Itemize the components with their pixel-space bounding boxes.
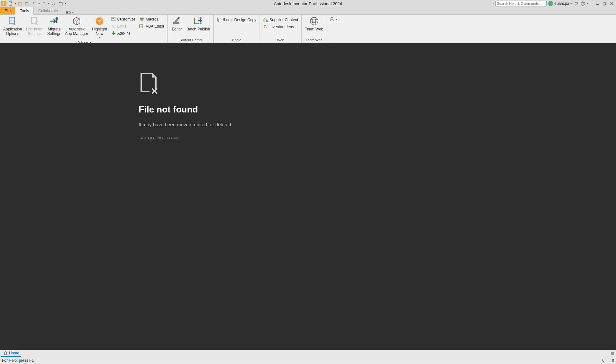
user-name: euancpa — [554, 1, 569, 6]
help-icon[interactable]: ? — [580, 1, 586, 6]
macros-icon — [139, 17, 144, 22]
save-icon[interactable] — [24, 1, 30, 6]
new-icon[interactable] — [8, 1, 13, 6]
error-message: It may have been moved, edited, or delet… — [139, 122, 363, 127]
user-dropdown-icon[interactable]: ▾ — [570, 2, 572, 5]
quick-access-toolbar: I ▾ ▾ ▾ ▾ — [0, 1, 66, 6]
svg-rect-23 — [56, 20, 57, 23]
ilogic-design-copy-button[interactable]: iLogic Design Copy — [216, 17, 257, 23]
svg-point-22 — [56, 17, 58, 20]
svg-line-29 — [113, 26, 114, 27]
customize-button[interactable]: Customize — [110, 16, 136, 22]
content-area: File not found It may have been moved, e… — [0, 43, 616, 350]
status-num-1: 0 — [595, 358, 604, 363]
inventor-ideas-button[interactable]: Inventor Ideas — [262, 24, 299, 30]
svg-rect-11 — [603, 3, 605, 5]
doc-settings-icon — [30, 16, 40, 26]
svg-point-4 — [550, 2, 551, 4]
svg-text:?: ? — [582, 2, 584, 5]
open-icon[interactable] — [17, 1, 23, 6]
minimize-button[interactable] — [595, 1, 601, 6]
document-settings-button: Document Settings — [24, 15, 46, 37]
svg-rect-16 — [9, 17, 14, 24]
error-page: File not found It may have been moved, e… — [139, 72, 363, 140]
panel-overflow: ▾ — [327, 15, 340, 43]
home-icon — [3, 351, 8, 355]
ribbon-overflow-button[interactable]: ▾ — [328, 15, 338, 23]
highlight-new-button[interactable]: Highlight New ▾ — [90, 15, 109, 40]
panel-web-label: Web — [260, 37, 301, 43]
close-button[interactable] — [609, 1, 615, 6]
appearance-toggle[interactable]: ▾ — [66, 11, 73, 14]
editor-button[interactable]: Editor — [169, 15, 184, 32]
projects-icon[interactable] — [58, 1, 64, 6]
svg-rect-42 — [218, 19, 221, 22]
panel-content-center-label: Content Center — [168, 37, 213, 43]
batch-publish-icon — [193, 16, 203, 26]
tabs-menu-icon[interactable] — [610, 351, 615, 356]
svg-point-24 — [78, 18, 80, 20]
avatar-icon — [548, 1, 553, 6]
ribbon-tabs: File Tools Collaborate ▾ — [0, 7, 616, 15]
svg-rect-3 — [59, 3, 62, 5]
app-icon[interactable]: I — [1, 1, 6, 6]
status-help-text: For Help, press F1 — [2, 358, 34, 363]
vba-icon: VB — [139, 24, 144, 29]
search-input[interactable] — [495, 1, 547, 6]
ribbon: Application Options Document Settings Mi… — [0, 15, 616, 43]
app-manager-button[interactable]: Autodesk App Manager — [63, 15, 90, 37]
qat-customize-icon[interactable]: ▾ — [65, 2, 66, 5]
panel-content-center: Editor Batch Publish Content Center — [168, 15, 213, 43]
svg-point-6 — [577, 5, 578, 5]
batch-publish-button[interactable]: Batch Publish — [184, 15, 212, 32]
supplier-content-button[interactable]: Supplier Content — [262, 17, 299, 23]
help-dropdown-icon[interactable]: ▾ — [587, 2, 588, 5]
status-bar: For Help, press F1 0 0 — [0, 357, 616, 364]
undo-icon[interactable] — [31, 1, 37, 6]
addins-icon — [111, 31, 116, 36]
migrate-settings-button[interactable]: Migrate Settings — [45, 15, 63, 37]
ideas-icon — [263, 24, 268, 29]
panel-ilogic: iLogic Design Copy iLogic — [214, 15, 260, 43]
svg-point-44 — [266, 20, 268, 22]
customize-icon — [111, 17, 116, 22]
panel-ilogic-label: iLogic — [214, 37, 260, 43]
cart-icon[interactable] — [573, 1, 579, 6]
vba-editor-button[interactable]: VB VBA Editor — [139, 23, 165, 29]
redo-dropdown-icon[interactable]: ▾ — [48, 2, 49, 5]
overflow-icon — [329, 17, 335, 22]
title-bar: I ▾ ▾ ▾ ▾ Autodesk Inventor Professional… — [0, 0, 616, 7]
svg-text:VB: VB — [140, 25, 143, 28]
supplier-icon — [263, 17, 268, 22]
svg-rect-28 — [113, 18, 114, 19]
redo-icon[interactable] — [41, 1, 47, 6]
restore-button[interactable] — [602, 1, 608, 6]
tab-tools[interactable]: Tools — [15, 7, 34, 15]
svg-rect-20 — [31, 17, 37, 24]
highlight-new-icon — [94, 16, 105, 26]
new-dropdown-icon[interactable]: ▾ — [15, 2, 16, 5]
macros-button[interactable]: Macros — [139, 16, 165, 22]
svg-rect-27 — [112, 18, 113, 19]
app-options-icon — [7, 16, 18, 26]
status-num-2: 0 — [604, 358, 614, 363]
search-expand-icon[interactable]: ▸ — [493, 2, 494, 5]
app-manager-icon — [72, 16, 82, 26]
application-options-button[interactable]: Application Options — [1, 15, 24, 37]
links-button: Links — [110, 23, 136, 29]
addins-button[interactable]: Add-Ins — [110, 30, 136, 37]
home-tab[interactable]: Home — [1, 350, 21, 357]
panel-team-web: Team Web Team Web — [302, 15, 327, 43]
tab-collaborate[interactable]: Collaborate — [34, 7, 62, 14]
highlight-dropdown-icon: ▾ — [99, 36, 100, 39]
home-qat-icon[interactable] — [51, 1, 56, 6]
team-web-button[interactable]: Team Web — [303, 15, 325, 32]
appearance-dropdown-icon: ▾ — [72, 11, 73, 14]
panel-web: Supplier Content Inventor Ideas Web — [260, 15, 302, 43]
file-error-icon — [139, 72, 363, 95]
user-account[interactable]: euancpa — [548, 1, 569, 6]
tab-file[interactable]: File — [0, 7, 15, 14]
undo-dropdown-icon[interactable]: ▾ — [38, 2, 40, 5]
error-code: ERR_FILE_NOT_FOUND — [139, 136, 363, 140]
svg-rect-40 — [200, 22, 201, 24]
